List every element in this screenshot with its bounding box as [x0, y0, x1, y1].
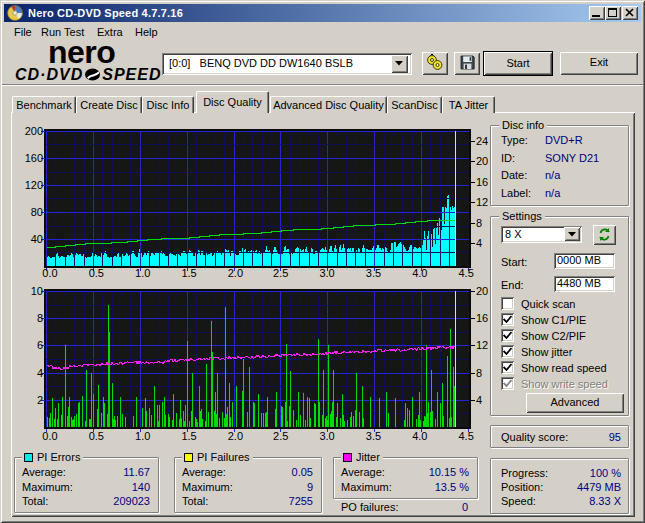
svg-text:20: 20	[476, 285, 488, 297]
svg-text:2.0: 2.0	[228, 267, 243, 279]
svg-text:12: 12	[476, 339, 488, 351]
svg-text:6: 6	[37, 339, 43, 351]
svg-text:80: 80	[31, 206, 43, 218]
svg-text:2: 2	[37, 394, 43, 406]
svg-text:40: 40	[31, 233, 43, 245]
svg-text:24: 24	[476, 135, 488, 147]
svg-text:12: 12	[476, 196, 488, 208]
svg-text:4: 4	[476, 237, 482, 249]
svg-text:1.5: 1.5	[181, 267, 196, 279]
svg-text:16: 16	[476, 176, 488, 188]
svg-text:3.0: 3.0	[319, 267, 334, 279]
svg-text:20: 20	[476, 155, 488, 167]
svg-text:3.5: 3.5	[366, 430, 381, 442]
svg-text:200: 200	[25, 125, 43, 137]
svg-text:0.5: 0.5	[89, 430, 104, 442]
svg-text:16: 16	[476, 312, 488, 324]
svg-text:1.0: 1.0	[135, 430, 150, 442]
svg-text:0.0: 0.0	[42, 267, 57, 279]
svg-text:0.0: 0.0	[42, 430, 57, 442]
svg-text:120: 120	[25, 179, 43, 191]
svg-text:4: 4	[476, 394, 482, 406]
svg-text:8: 8	[476, 217, 482, 229]
svg-text:2.0: 2.0	[228, 430, 243, 442]
svg-text:4.0: 4.0	[412, 267, 427, 279]
svg-text:1.5: 1.5	[181, 430, 196, 442]
svg-text:8: 8	[37, 312, 43, 324]
svg-text:3.5: 3.5	[366, 267, 381, 279]
svg-text:4.0: 4.0	[412, 430, 427, 442]
svg-text:0.5: 0.5	[89, 267, 104, 279]
svg-text:4.5: 4.5	[459, 430, 474, 442]
svg-text:8: 8	[476, 367, 482, 379]
svg-text:3.0: 3.0	[319, 430, 334, 442]
svg-text:160: 160	[25, 152, 43, 164]
svg-text:2.5: 2.5	[273, 267, 288, 279]
svg-text:1.0: 1.0	[135, 267, 150, 279]
svg-text:10: 10	[31, 285, 43, 297]
svg-text:4.5: 4.5	[459, 267, 474, 279]
svg-text:2.5: 2.5	[273, 430, 288, 442]
svg-text:4: 4	[37, 367, 43, 379]
